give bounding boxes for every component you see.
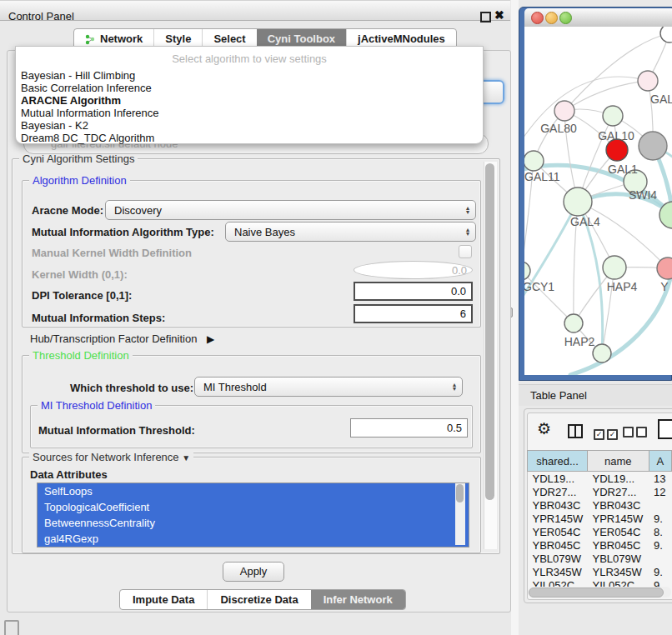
panel-splitter[interactable] — [511, 0, 519, 635]
mi-threshold-label: Mutual Information Threshold: — [38, 424, 195, 437]
table-row[interactable]: YDL19...YDL19...13 — [528, 472, 672, 486]
network-node[interactable] — [638, 71, 658, 91]
data-attributes-list[interactable]: SelfLoopsTopologicalCoefficientBetweenne… — [37, 482, 469, 548]
table-row[interactable]: YER054CYER054C8. — [528, 525, 672, 538]
algorithm-option[interactable]: Basic Correlation Inference — [16, 82, 483, 94]
table-cell: 12 — [649, 485, 671, 498]
table-cell: YPR145W — [588, 512, 649, 525]
attribute-item[interactable]: TopologicalCoefficient — [38, 499, 469, 515]
algorithm-option[interactable]: Dream8 DC_TDC Algorithm — [16, 132, 483, 144]
table-cell: 8. — [649, 525, 671, 538]
attribute-item[interactable]: gal4RGexp — [38, 531, 469, 547]
settings-scrollbar-thumb[interactable] — [485, 163, 494, 500]
network-node[interactable] — [554, 101, 574, 121]
hub-definition-expander[interactable]: Hub/Transcription Factor Definition ▶ — [30, 332, 214, 345]
column-header-name[interactable]: name — [588, 451, 649, 472]
network-canvas[interactable]: GALGAL80GAL10GAL1GAL11SWI4GAL4GCY1HAP4YH… — [524, 27, 672, 375]
deselect-all-checkboxes-icon[interactable] — [623, 427, 649, 440]
network-node[interactable] — [603, 106, 623, 126]
mi-type-label: Mutual Information Algorithm Type: — [32, 226, 214, 238]
network-node[interactable] — [603, 256, 626, 279]
aracne-mode-combo[interactable]: Discovery ▴▾ — [105, 200, 476, 220]
table-cell: YDL19... — [528, 472, 588, 486]
network-node[interactable] — [657, 258, 672, 279]
close-icon[interactable]: ✖ — [494, 8, 504, 22]
columns-icon[interactable] — [568, 424, 583, 438]
network-node[interactable] — [639, 132, 667, 160]
table-cell: 9. — [649, 565, 671, 578]
gear-icon[interactable]: ⚙ — [537, 421, 551, 437]
dropdown-placeholder: Select algorithm to view settings — [16, 47, 483, 65]
network-node-label: GAL80 — [540, 122, 577, 135]
sources-title-text: Sources for Network Inference — [33, 451, 179, 463]
kernel-width-input[interactable]: 0.0 — [354, 261, 473, 279]
which-threshold-combo[interactable]: MI Threshold ▴▾ — [194, 377, 463, 397]
manual-kernel-checkbox[interactable] — [459, 245, 472, 258]
network-node-label: GAL10 — [598, 129, 634, 142]
table-row[interactable]: YBR045CYBR045C9. — [528, 538, 672, 552]
aracne-mode-label: Aracne Mode: — [32, 204, 103, 217]
table-row[interactable]: YBL079WYBL079W — [528, 552, 672, 565]
network-node[interactable] — [524, 262, 530, 280]
mi-threshold-definition-title: MI Threshold Definition — [38, 399, 155, 412]
table-cell: YER054C — [588, 525, 649, 538]
collapse-down-icon: ▼ — [182, 453, 190, 462]
column-header-shared-name[interactable]: shared... — [528, 451, 588, 472]
close-traffic-light-icon[interactable] — [531, 12, 544, 24]
node-attribute-table: shared... name A YDL19...YDL19...13YDR27… — [527, 450, 672, 590]
mi-steps-input[interactable]: 6 — [354, 304, 473, 323]
table-row[interactable]: YDR27...YDR27...12 — [528, 485, 672, 498]
select-all-checkboxes-icon[interactable]: ✓✓ — [594, 427, 620, 440]
tab-infer-network[interactable]: Infer Network — [311, 590, 405, 609]
zoom-traffic-light-icon[interactable] — [559, 12, 572, 24]
table-cell: YER054C — [528, 525, 588, 538]
table-hscrollbar-thumb[interactable] — [529, 588, 664, 598]
table-cell: YDL19... — [588, 472, 649, 486]
bottom-tabbar: Impute Data Discretize Data Infer Networ… — [119, 589, 406, 610]
dpi-tolerance-input[interactable]: 0.0 — [354, 282, 473, 301]
table-cell: YDR27... — [528, 485, 588, 498]
algorithm-option[interactable]: Bayesian - Hill Climbing — [16, 69, 483, 82]
tab-discretize-data[interactable]: Discretize Data — [207, 590, 310, 609]
network-window-titlebar[interactable] — [524, 8, 672, 27]
algorithm-option[interactable]: Mutual Information Inference — [16, 107, 483, 119]
network-view[interactable]: GALGAL80GAL10GAL1GAL11SWI4GAL4GCY1HAP4YH… — [524, 27, 672, 375]
attribute-item[interactable]: SelfLoops — [38, 483, 469, 499]
network-node[interactable] — [593, 344, 611, 362]
minimize-traffic-light-icon[interactable] — [545, 12, 558, 24]
network-node-label: Y — [660, 280, 669, 293]
document-icon[interactable] — [658, 419, 672, 439]
attribute-item[interactable]: BetweennessCentrality — [38, 515, 469, 531]
network-node[interactable] — [564, 314, 583, 332]
apply-button[interactable]: Apply — [223, 562, 284, 582]
table-cell: YBL079W — [528, 552, 588, 565]
mi-threshold-input[interactable]: 0.5 — [350, 418, 468, 438]
network-node[interactable] — [660, 27, 672, 42]
app-root: Control Panel ✖ Network Style Select Cyn… — [0, 0, 672, 635]
table-rows-viewport: shared... name A YDL19...YDL19...13YDR27… — [527, 450, 672, 590]
data-attributes-label: Data Attributes — [30, 468, 108, 481]
column-header-clipped[interactable]: A — [649, 451, 671, 472]
dpi-tolerance-label: DPI Tolerance [0,1]: — [32, 289, 132, 302]
attributes-scrollbar-thumb[interactable] — [456, 484, 464, 502]
table-row[interactable]: YBR043CYBR043C — [528, 498, 672, 512]
control-panel-title: Control Panel — [8, 10, 74, 22]
network-node-label: HAP2 — [564, 335, 595, 348]
network-node-label: GAL — [650, 92, 672, 106]
network-edge — [564, 81, 648, 111]
which-threshold-value: MI Threshold — [195, 381, 453, 393]
float-window-icon[interactable] — [480, 12, 491, 22]
expand-right-icon: ▶ — [207, 333, 214, 345]
algorithm-option[interactable]: Bayesian - K2 — [16, 119, 483, 132]
algorithm-option[interactable]: ARACNE Algorithm — [16, 94, 483, 107]
table-row[interactable]: YPR145WYPR145W9. — [528, 512, 672, 525]
mi-type-combo[interactable]: Naive Bayes ▴▾ — [225, 222, 476, 242]
network-node[interactable] — [524, 151, 544, 171]
minimized-panel-icon[interactable] — [4, 620, 19, 635]
network-edge — [578, 202, 668, 268]
tab-impute-data[interactable]: Impute Data — [120, 590, 207, 609]
table-row[interactable]: YLR345WYLR345W9. — [528, 565, 672, 578]
network-node-label: GAL1 — [608, 162, 638, 176]
sources-group-title[interactable]: Sources for Network Inference ▼ — [29, 451, 193, 463]
network-node[interactable] — [564, 188, 592, 216]
